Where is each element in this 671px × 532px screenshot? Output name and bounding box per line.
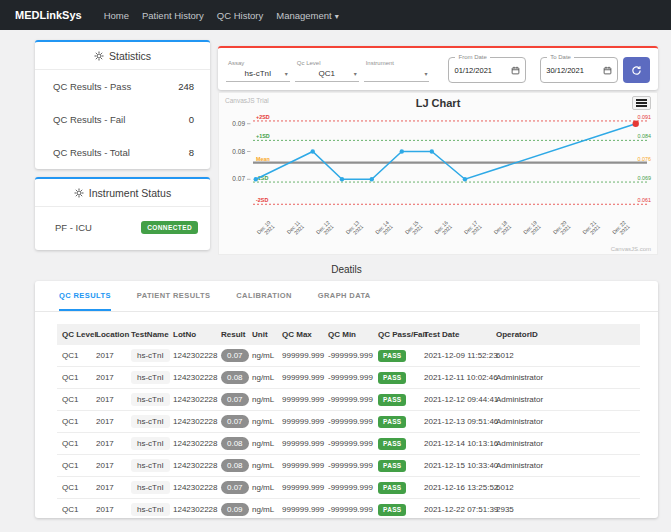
pass-badge: PASS bbox=[378, 416, 406, 428]
data-point bbox=[311, 149, 315, 153]
cell-qc-min: -999999.999 bbox=[323, 411, 373, 433]
calendar-icon[interactable] bbox=[511, 66, 520, 75]
result-pill: 0.07 bbox=[221, 415, 249, 428]
cell-qc-max: 999999.999 bbox=[277, 389, 323, 411]
instrument-select[interactable]: Instrument ▾ bbox=[364, 59, 430, 82]
cell-lot-no: 1242302228 bbox=[168, 477, 216, 499]
nav-qc-history[interactable]: QC History bbox=[217, 10, 263, 21]
details-card: QC RESULTS PATIENT RESULTS CALIBRATION G… bbox=[35, 281, 658, 518]
cell-pass-fail: PASS bbox=[373, 455, 419, 477]
cell-test-date: 2021-12-09 11:52:23 bbox=[419, 345, 491, 367]
details-title: Deatils bbox=[35, 264, 658, 275]
stat-row-pass: QC Results - Pass 248 bbox=[35, 70, 210, 103]
cell-qc-level: QC1 bbox=[57, 477, 91, 499]
from-date-field[interactable]: From Date 01/12/2021 bbox=[448, 57, 526, 83]
cell-location: 2017 bbox=[91, 389, 126, 411]
table-row: QC12017hs-cTnI12423022280.07ng/mL999999.… bbox=[57, 345, 640, 367]
cell-test-date: 2021-12-14 10:13:16 bbox=[419, 433, 491, 455]
cell-qc-level: QC1 bbox=[57, 389, 91, 411]
cell-test-name: hs-cTnI bbox=[126, 345, 168, 367]
data-point bbox=[400, 149, 404, 153]
table-row: QC12017hs-cTnI12423022280.07ng/mL999999.… bbox=[57, 477, 640, 499]
table-header-row: QC LevelLocationTestNameLotNoResultUnitQ… bbox=[57, 324, 640, 345]
column-header-lot-no: LotNo bbox=[168, 324, 216, 345]
cell-test-date: 2021-12-13 09:51:46 bbox=[419, 411, 491, 433]
tab-calibration[interactable]: CALIBRATION bbox=[236, 291, 292, 311]
control-line-label: +2SD bbox=[256, 114, 270, 120]
cell-location: 2017 bbox=[91, 411, 126, 433]
cell-test-name: hs-cTnI bbox=[126, 433, 168, 455]
cell-pass-fail: PASS bbox=[373, 389, 419, 411]
control-line-value: 0.084 bbox=[638, 133, 652, 139]
result-pill: 0.08 bbox=[221, 371, 249, 384]
to-date-field[interactable]: To Date 30/12/2021 bbox=[540, 57, 618, 83]
cell-qc-level: QC1 bbox=[57, 411, 91, 433]
cell-qc-max: 999999.999 bbox=[277, 455, 323, 477]
chevron-down-icon: ▾ bbox=[285, 70, 288, 77]
cell-qc-max: 999999.999 bbox=[277, 411, 323, 433]
gear-icon bbox=[94, 51, 104, 61]
brand-logo[interactable]: MEDLinkSys bbox=[15, 9, 82, 21]
assay-select-value: hs-cTnI bbox=[228, 69, 288, 78]
calendar-icon[interactable] bbox=[603, 66, 612, 75]
qc-level-select[interactable]: Qc Level QC1 ▾ bbox=[295, 59, 359, 82]
cell-qc-max: 999999.999 bbox=[277, 345, 323, 367]
tab-qc-results[interactable]: QC RESULTS bbox=[59, 291, 111, 311]
data-point bbox=[370, 177, 374, 181]
testname-pill: hs-cTnI bbox=[131, 415, 170, 428]
nav-home[interactable]: Home bbox=[104, 10, 129, 21]
data-point bbox=[430, 149, 434, 153]
nav-management[interactable]: Management▾ bbox=[276, 10, 338, 21]
cell-operator-id: Administrator bbox=[491, 455, 640, 477]
qc-results-table: QC LevelLocationTestNameLotNoResultUnitQ… bbox=[57, 324, 640, 518]
x-axis-tick-label: Dec 202021 bbox=[552, 219, 572, 239]
column-header-unit: Unit bbox=[247, 324, 277, 345]
data-point bbox=[463, 177, 467, 181]
cell-pass-fail: PASS bbox=[373, 345, 419, 367]
cell-test-name: hs-cTnI bbox=[126, 499, 168, 519]
table-row: QC12017hs-cTnI12423022280.08ng/mL999999.… bbox=[57, 367, 640, 389]
refresh-button[interactable] bbox=[623, 57, 650, 83]
tab-graph-data[interactable]: GRAPH DATA bbox=[318, 291, 371, 311]
tab-patient-results[interactable]: PATIENT RESULTS bbox=[137, 291, 211, 311]
data-point bbox=[254, 177, 258, 181]
assay-select[interactable]: Assay hs-cTnI ▾ bbox=[226, 59, 290, 82]
refresh-icon bbox=[631, 65, 642, 76]
cell-lot-no: 1242302228 bbox=[168, 455, 216, 477]
cell-result: 0.08 bbox=[216, 433, 247, 455]
cell-qc-min: -999999.999 bbox=[323, 455, 373, 477]
x-axis-tick-label: Dec 182021 bbox=[492, 219, 512, 239]
x-axis-tick-label: Dec 112021 bbox=[285, 219, 305, 239]
cell-result: 0.08 bbox=[216, 367, 247, 389]
cell-qc-min: -999999.999 bbox=[323, 345, 373, 367]
cell-qc-min: -999999.999 bbox=[323, 389, 373, 411]
cell-test-date: 2021-12-22 07:51:39 bbox=[419, 499, 491, 519]
cell-result: 0.07 bbox=[216, 477, 247, 499]
chart-menu-icon[interactable] bbox=[632, 96, 651, 110]
statistics-panel: Statistics QC Results - Pass 248 QC Resu… bbox=[35, 40, 210, 169]
cell-lot-no: 1242302228 bbox=[168, 389, 216, 411]
y-axis-tick-label: 0.07 bbox=[232, 175, 245, 182]
stat-label: QC Results - Pass bbox=[53, 81, 131, 92]
table-row: QC12017hs-cTnI12423022280.08ng/mL999999.… bbox=[57, 455, 640, 477]
result-pill: 0.07 bbox=[221, 349, 249, 362]
stat-row-total: QC Results - Total 8 bbox=[35, 136, 210, 169]
stat-label: QC Results - Fail bbox=[53, 114, 125, 125]
cell-qc-max: 999999.999 bbox=[277, 433, 323, 455]
x-axis-tick-label: Dec 102021 bbox=[256, 219, 276, 239]
gear-icon bbox=[74, 188, 84, 198]
cell-pass-fail: PASS bbox=[373, 499, 419, 519]
nav-patient-history[interactable]: Patient History bbox=[142, 10, 204, 21]
instrument-select-label: Instrument bbox=[366, 60, 394, 66]
cell-unit: ng/mL bbox=[247, 389, 277, 411]
cell-qc-min: -999999.999 bbox=[323, 499, 373, 519]
stat-value: 248 bbox=[178, 81, 194, 92]
cell-test-date: 2021-12-16 13:25:52 bbox=[419, 477, 491, 499]
instrument-status-panel: Instrument Status PF - ICU CONNECTED bbox=[35, 177, 210, 250]
pass-badge: PASS bbox=[378, 504, 406, 516]
instrument-status-title: Instrument Status bbox=[89, 187, 171, 199]
testname-pill: hs-cTnI bbox=[131, 481, 170, 494]
from-date-value: 01/12/2021 bbox=[454, 66, 511, 75]
x-axis-tick-label: Dec 132021 bbox=[344, 219, 364, 239]
cell-result: 0.07 bbox=[216, 411, 247, 433]
